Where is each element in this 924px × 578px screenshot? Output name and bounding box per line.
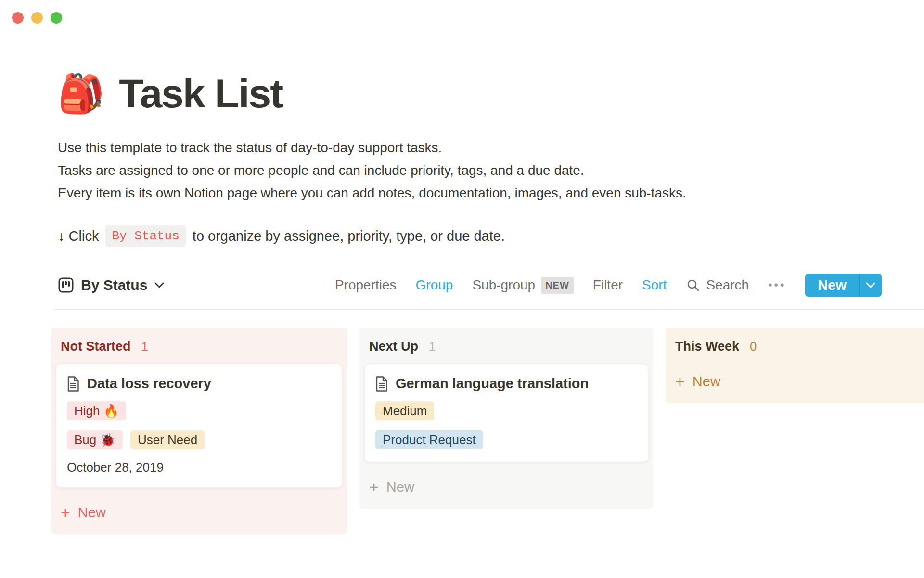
search-icon [686,278,700,292]
by-status-code-chip: By Status [105,225,185,247]
tag-row: Product Request [375,430,636,449]
view-selector-label: By Status [81,277,147,293]
column-title: Not Started [61,339,131,354]
description-line: Tasks are assigned to one or more people… [58,159,686,182]
card-title-row: German language translation [375,376,636,392]
board-view-icon [58,277,74,293]
chevron-down-icon [154,282,165,289]
plus-icon: + [61,504,70,521]
page-icon [375,376,388,392]
priority-tag: High 🔥 [67,401,126,420]
page-title: Task List [119,71,282,116]
card-title-row: Data loss recovery [67,376,330,392]
kanban-board: Not Started 1 Data loss recovery High 🔥 … [51,328,924,534]
add-new-card-button[interactable]: + New [369,479,643,495]
description-line: Use this template to track the status of… [58,136,686,159]
type-tag: Product Request [375,430,483,449]
column-count: 1 [141,339,148,354]
subgroup-button[interactable]: Sub-group NEW [472,277,573,294]
task-card[interactable]: Data loss recovery High 🔥 Bug 🐞 User Nee… [56,364,342,488]
plus-icon: + [369,479,379,495]
subgroup-label: Sub-group [472,277,535,293]
type-tag: User Need [130,430,205,449]
add-new-label: New [693,374,720,390]
backpack-emoji-icon: 🎒 [58,75,104,112]
toolbar-actions: Properties Group Sub-group NEW Filter So… [335,274,882,297]
priority-tag: Medium [375,401,434,420]
search-button[interactable]: Search [686,277,749,293]
new-button[interactable]: New [805,274,882,297]
card-title: Data loss recovery [87,376,211,392]
chevron-down-icon [865,282,876,289]
card-title: German language translation [396,376,589,392]
toolbar-divider [53,309,924,310]
filter-button[interactable]: Filter [593,277,623,293]
column-count: 1 [429,339,436,354]
callout-suffix: to organize by assignee, priority, type,… [192,228,505,244]
window-controls [12,12,62,24]
column-header[interactable]: Next Up 1 [359,328,653,362]
tag-row: Medium [375,401,636,420]
view-selector-by-status[interactable]: By Status [58,277,165,293]
tag-row: Bug 🐞 User Need [67,430,330,449]
board-column-this-week: This Week 0 + New [666,328,924,403]
group-button[interactable]: Group [416,277,453,293]
callout-line: ↓ Click By Status to organize by assigne… [58,225,505,247]
add-new-card-button[interactable]: + New [675,373,924,390]
close-button[interactable] [12,12,24,24]
column-header[interactable]: This Week 0 [666,328,924,362]
tag-row: High 🔥 [67,401,330,420]
page-icon [67,376,79,392]
type-tag: Bug 🐞 [67,430,123,449]
page-title-row: 🎒 Task List [58,71,282,116]
page-description: Use this template to track the status of… [58,136,686,204]
card-due-date: October 28, 2019 [67,460,330,475]
add-new-label: New [78,505,106,521]
plus-icon: + [675,373,685,390]
view-toolbar: By Status Properties Group Sub-group NEW… [53,272,882,299]
new-button-label[interactable]: New [805,274,859,297]
add-new-label: New [386,479,414,495]
column-header[interactable]: Not Started 1 [51,328,347,362]
new-feature-badge: NEW [541,277,574,294]
zoom-button[interactable] [51,12,62,24]
board-column-next-up: Next Up 1 German language translation Me… [359,328,653,509]
column-title: Next Up [369,339,418,354]
more-options-button[interactable]: ••• [768,278,786,292]
add-new-card-button[interactable]: + New [61,504,337,521]
description-line: Every item is its own Notion page where … [58,182,686,204]
search-label: Search [706,277,749,293]
board-column-not-started: Not Started 1 Data loss recovery High 🔥 … [51,328,347,534]
minimize-button[interactable] [31,12,43,24]
new-button-chevron[interactable] [860,274,882,297]
task-card[interactable]: German language translation Medium Produ… [364,364,648,462]
column-title: This Week [675,339,739,354]
sort-button[interactable]: Sort [642,277,667,293]
properties-button[interactable]: Properties [335,277,397,293]
callout-prefix: ↓ Click [58,228,99,244]
column-count: 0 [750,339,757,354]
